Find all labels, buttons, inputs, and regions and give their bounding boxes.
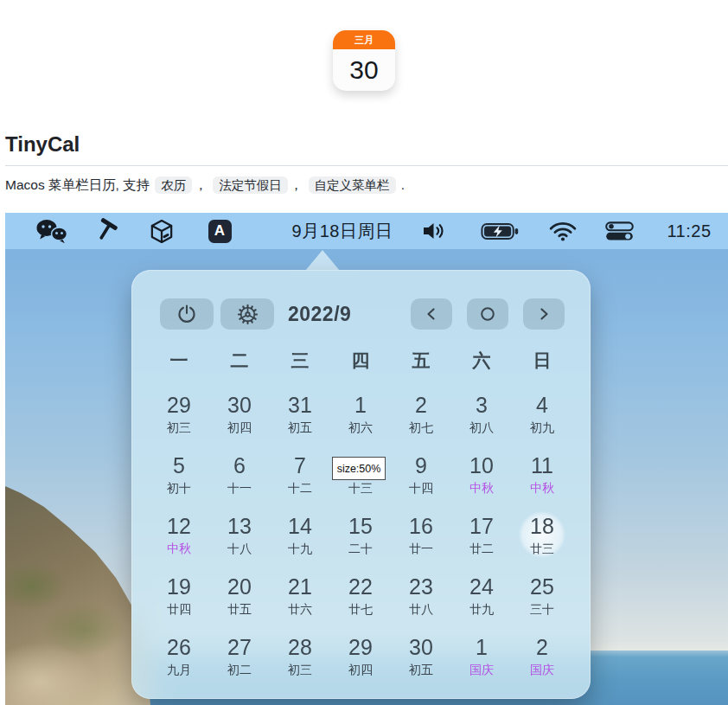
calendar-day-cell[interactable]: 12中秋 (149, 505, 209, 566)
wechat-icon[interactable] (35, 213, 69, 249)
day-number: 28 (270, 634, 330, 660)
calendar-day-cell[interactable]: 24廿九 (451, 566, 512, 626)
weekday-label: 二 (209, 346, 270, 375)
calendar-day-cell[interactable]: 3初八 (451, 384, 512, 445)
control-center-icon[interactable] (603, 213, 635, 249)
calendar-day-cell[interactable]: 11中秋 (512, 445, 572, 505)
day-number: 30 (391, 634, 451, 660)
day-number: 2 (391, 392, 451, 418)
calendar-day-cell[interactable]: 5初十 (149, 445, 209, 505)
calendar-day-cell[interactable]: 10中秋 (451, 445, 512, 505)
calendar-day-cell-today[interactable]: 18廿三 (512, 505, 572, 566)
calendar-day-cell[interactable]: 30初四 (209, 384, 270, 445)
day-number: 17 (451, 513, 512, 539)
day-number: 2 (512, 634, 572, 660)
feature-tag-holidays: 法定节假日 (213, 176, 288, 194)
menubar-date-item[interactable]: 9月18日周日 (275, 213, 410, 249)
day-holiday-label: 国庆 (512, 660, 572, 679)
wifi-icon[interactable] (547, 213, 578, 249)
calendar-day-cell[interactable]: 23廿八 (391, 566, 451, 626)
day-number: 23 (391, 574, 451, 599)
calendar-day-cell[interactable]: 29初三 (149, 384, 209, 445)
day-number: 27 (209, 634, 270, 660)
calendar-day-cell[interactable]: 17廿二 (451, 505, 512, 566)
day-lunar-label: 初五 (391, 660, 451, 679)
calendar-day-cell[interactable]: 25三十 (512, 566, 572, 626)
day-lunar-label: 十二 (270, 478, 330, 497)
calendar-day-cell[interactable]: 16廿一 (391, 505, 451, 566)
day-number: 13 (209, 513, 270, 539)
day-lunar-label: 初四 (209, 418, 270, 437)
battery-charging-icon[interactable] (478, 213, 523, 249)
calendar-day-cell[interactable]: 2国庆 (512, 626, 572, 687)
calendar-day-cell[interactable]: 27初二 (209, 626, 270, 687)
day-number: 12 (149, 513, 209, 539)
day-lunar-label: 廿九 (451, 599, 512, 618)
cube-icon[interactable] (149, 213, 175, 249)
calendar-year-month: 2022/9 (288, 298, 351, 330)
calendar-day-cell[interactable]: 2初七 (391, 384, 451, 445)
calendar-day-cell[interactable]: 7十二 (270, 445, 330, 505)
input-method-icon[interactable]: A (208, 213, 232, 249)
day-number: 11 (512, 452, 572, 478)
day-number: 16 (391, 513, 451, 539)
feature-tag-custom-menubar: 自定义菜单栏 (309, 176, 396, 194)
page-description: Macos 菜单栏日历, 支持 农历， 法定节假日， 自定义菜单栏 . (5, 175, 719, 195)
day-number: 9 (391, 452, 451, 478)
weekday-label: 一 (149, 346, 209, 375)
day-number: 30 (209, 392, 270, 418)
calendar-day-cell[interactable]: 1国庆 (451, 626, 512, 687)
day-number: 10 (451, 452, 512, 478)
calendar-day-cell[interactable]: 1初六 (330, 384, 391, 445)
calendar-day-cell[interactable]: 6十一 (209, 445, 270, 505)
day-lunar-label: 十八 (209, 539, 270, 558)
calendar-day-cell[interactable]: 4初九 (512, 384, 572, 445)
calendar-day-cell[interactable]: 9十四 (391, 445, 451, 505)
day-lunar-label: 廿八 (391, 599, 451, 618)
day-lunar-label: 十三 (330, 478, 391, 497)
weekday-label: 三 (270, 346, 330, 375)
hammer-icon[interactable] (91, 213, 120, 249)
day-lunar-label: 初十 (149, 478, 209, 497)
menubar-clock[interactable]: 11:25 (659, 213, 719, 249)
day-lunar-label: 初四 (330, 660, 391, 679)
day-number: 15 (330, 513, 391, 539)
day-number: 19 (149, 574, 209, 599)
today-button[interactable] (467, 298, 508, 330)
description-lead: Macos 菜单栏日历, 支持 (5, 177, 150, 192)
day-lunar-label: 廿四 (149, 599, 209, 618)
day-number: 18 (512, 513, 572, 539)
calendar-day-cell[interactable]: 21廿六 (270, 566, 330, 626)
day-number: 29 (330, 634, 391, 660)
calendar-day-cell[interactable]: 28初三 (270, 626, 330, 687)
day-lunar-label: 初九 (512, 418, 572, 437)
volume-icon[interactable] (420, 213, 450, 249)
screenshot: A 9月18日周日 (5, 213, 728, 705)
calendar-day-cell[interactable]: 13十八 (209, 505, 270, 566)
next-month-button[interactable] (523, 298, 565, 330)
weekday-header-row: 一二三四五六日 (149, 346, 572, 375)
calendar-day-cell[interactable]: 14十九 (270, 505, 330, 566)
day-holiday-label: 中秋 (451, 478, 512, 497)
day-lunar-label: 初二 (209, 660, 270, 679)
weekday-label: 四 (330, 346, 391, 375)
day-lunar-label: 初三 (270, 660, 330, 679)
calendar-day-cell[interactable]: 29初四 (330, 626, 391, 687)
prev-month-button[interactable] (411, 298, 452, 330)
calendar-day-cell[interactable]: 30初五 (391, 626, 451, 687)
day-lunar-label: 初八 (451, 418, 512, 437)
day-number: 29 (149, 392, 209, 418)
calendar-day-cell[interactable]: 20廿五 (209, 566, 270, 626)
app-icon-month-label: 三月 (333, 30, 395, 49)
calendar-day-cell[interactable]: 31初五 (270, 384, 330, 445)
day-lunar-label: 廿二 (451, 539, 512, 558)
settings-button[interactable] (220, 298, 274, 330)
calendar-day-cell[interactable]: 26九月 (149, 626, 209, 687)
day-lunar-label: 初七 (391, 418, 451, 437)
day-lunar-label: 廿五 (209, 599, 270, 618)
calendar-day-cell[interactable]: 15二十 (330, 505, 391, 566)
calendar-day-cell[interactable]: 22廿七 (330, 566, 391, 626)
quit-button[interactable] (160, 298, 214, 330)
calendar-day-cell[interactable]: 19廿四 (149, 566, 209, 626)
description-tail: . (401, 177, 405, 192)
